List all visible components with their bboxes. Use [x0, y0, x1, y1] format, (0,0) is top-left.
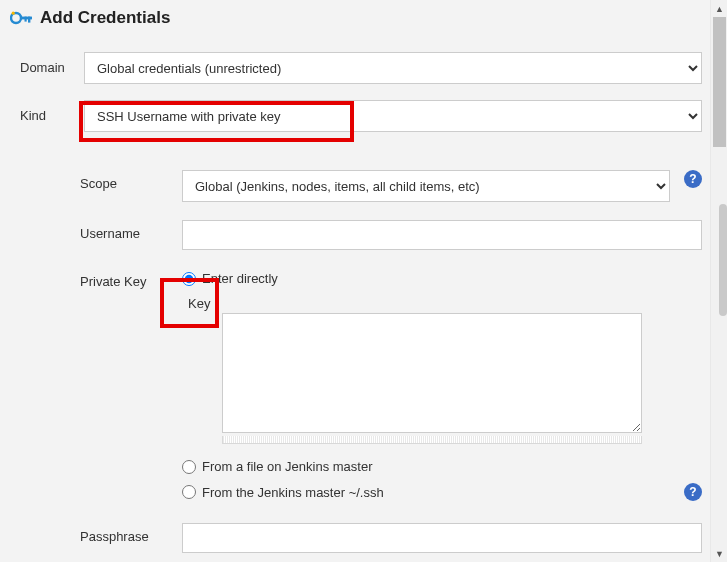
svg-point-4	[12, 12, 15, 15]
help-icon[interactable]: ?	[684, 170, 702, 188]
passphrase-input[interactable]	[182, 523, 702, 553]
domain-select[interactable]: Global credentials (unrestricted)	[84, 52, 702, 84]
svg-rect-3	[25, 17, 27, 22]
key-field-label: Key	[182, 292, 702, 313]
private-key-group: Enter directly Key From a file on Jenkin…	[182, 268, 702, 507]
username-label: Username	[80, 220, 174, 241]
private-key-label: Private Key	[80, 268, 174, 289]
row-domain: Domain Global credentials (unrestricted)	[0, 48, 710, 88]
textarea-resize-handle[interactable]	[222, 436, 642, 444]
scroll-up-button[interactable]: ▲	[711, 0, 727, 17]
page-title: Add Credentials	[40, 8, 170, 28]
row-scope: Scope Global (Jenkins, nodes, items, all…	[0, 166, 710, 206]
domain-label: Domain	[20, 52, 76, 75]
pk-option-from-file[interactable]: From a file on Jenkins master	[182, 456, 702, 480]
scope-label: Scope	[80, 170, 174, 191]
radio-from-file[interactable]	[182, 460, 196, 474]
scrollbar-hint	[719, 204, 727, 316]
username-input[interactable]	[182, 220, 702, 250]
help-icon[interactable]: ?	[684, 483, 702, 501]
radio-enter-directly-label: Enter directly	[202, 271, 278, 286]
radio-from-ssh-dir[interactable]	[182, 485, 196, 499]
scroll-down-button[interactable]: ▼	[711, 545, 727, 562]
key-icon	[10, 8, 34, 28]
pk-option-from-ssh-dir[interactable]: From the Jenkins master ~/.ssh ?	[182, 480, 702, 507]
row-kind: Kind SSH Username with private key	[0, 96, 710, 136]
add-credentials-form: Add Credentials Domain Global credential…	[0, 0, 710, 562]
kind-select[interactable]: SSH Username with private key	[84, 100, 702, 132]
row-username: Username	[0, 216, 710, 254]
key-textarea[interactable]	[222, 313, 642, 433]
passphrase-label: Passphrase	[80, 523, 174, 544]
pk-option-enter-directly[interactable]: Enter directly	[182, 268, 702, 292]
radio-enter-directly[interactable]	[182, 272, 196, 286]
radio-from-file-label: From a file on Jenkins master	[202, 459, 373, 474]
page-header: Add Credentials	[0, 0, 710, 34]
row-private-key: Private Key Enter directly Key From a fi…	[0, 264, 710, 511]
scope-select[interactable]: Global (Jenkins, nodes, items, all child…	[182, 170, 670, 202]
scroll-thumb[interactable]	[713, 17, 726, 147]
row-passphrase: Passphrase	[0, 519, 710, 557]
svg-rect-2	[28, 17, 30, 23]
kind-label: Kind	[20, 100, 76, 123]
radio-from-ssh-dir-label: From the Jenkins master ~/.ssh	[202, 485, 384, 500]
